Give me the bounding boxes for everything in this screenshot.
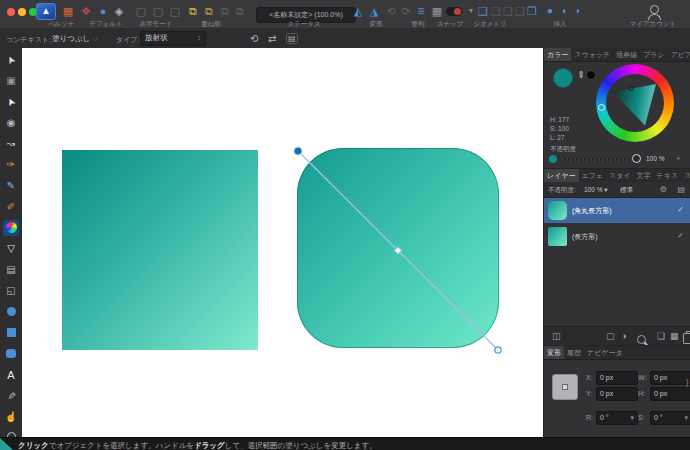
opacity-stepper-icon[interactable]: + xyxy=(676,154,681,163)
layer-lock-icon[interactable]: ▤ xyxy=(677,185,685,194)
tab-transform[interactable]: 変形 xyxy=(544,346,564,359)
tab-appearance[interactable]: アピアランス xyxy=(668,48,690,61)
gradient-tool-icon[interactable] xyxy=(3,220,19,236)
defaults-sync-icon[interactable]: ● xyxy=(96,4,110,18)
add-layer-icon[interactable]: ❏ xyxy=(657,331,665,341)
move-to-back-icon[interactable]: ⧉ xyxy=(233,4,247,18)
fill-mode-dropdown[interactable]: 塗りつぶし ⌵ xyxy=(52,34,98,44)
h-input[interactable]: 0 px xyxy=(650,387,690,401)
adjustment-layer-icon[interactable]: ◑ xyxy=(621,331,626,341)
w-input[interactable]: 0 px xyxy=(650,371,690,385)
h-label: H: xyxy=(638,390,645,397)
window-minimize-button[interactable] xyxy=(18,8,26,16)
pixel-persona-icon[interactable]: ▦ xyxy=(61,4,75,18)
picked-color-swatch[interactable] xyxy=(586,70,596,80)
tab-color[interactable]: カラー xyxy=(544,48,571,61)
anchor-point-selector[interactable] xyxy=(552,374,578,400)
insert-behind-icon[interactable]: ◖ xyxy=(557,4,571,18)
flip-vertical-icon[interactable]: ◮ xyxy=(367,4,381,18)
node-tool-icon[interactable]: ➤ xyxy=(3,94,19,110)
hue-ring-marker[interactable] xyxy=(598,104,605,111)
y-input[interactable]: 0 px xyxy=(596,387,638,401)
tab-layers[interactable]: レイヤー xyxy=(544,169,579,182)
fill-layer-icon[interactable]: ▢ xyxy=(606,331,615,341)
gradient-type-dropdown[interactable]: 放射状 ↕ xyxy=(140,31,206,46)
pencil-tool-icon[interactable]: ✎ xyxy=(3,178,19,194)
snapping-toggle[interactable] xyxy=(446,7,462,16)
fill-tool-icon[interactable]: ✑ xyxy=(3,157,19,173)
link-wh-icon[interactable]: ⟩ xyxy=(685,378,689,388)
boolean-add-icon[interactable]: ❑ xyxy=(476,4,490,18)
insert-on-top-icon[interactable]: ◗ xyxy=(571,4,585,18)
my-account-icon[interactable] xyxy=(650,5,659,14)
gradient-start-handle[interactable] xyxy=(294,147,302,155)
layer-visibility-check-icon[interactable]: ✓ xyxy=(677,205,684,214)
pen-tool-icon[interactable]: ↝ xyxy=(3,136,19,152)
artboard-tool-icon[interactable]: ▣ xyxy=(3,73,19,89)
fill-color-swatch[interactable] xyxy=(554,69,572,87)
delete-layer-icon[interactable] xyxy=(683,333,690,344)
insert-inside-icon[interactable]: ● xyxy=(543,4,557,18)
layers-opacity-dropdown[interactable]: 100 % ▾ xyxy=(584,186,608,194)
view-mode-retina-icon[interactable]: ▢ xyxy=(168,4,182,18)
ellipse-tool-icon[interactable] xyxy=(3,304,19,320)
corner-tool-icon[interactable]: ◱ xyxy=(3,283,19,299)
vector-brush-tool-icon[interactable]: ✐ xyxy=(3,199,19,215)
layer-row-rectangle[interactable]: (長方形) ✓ xyxy=(544,224,690,249)
tab-character[interactable]: 文字 xyxy=(634,169,654,182)
tab-stock[interactable]: ストッ xyxy=(681,169,690,182)
rotate-ccw-icon[interactable]: ⟲ xyxy=(384,4,398,18)
window-close-button[interactable] xyxy=(7,8,15,16)
blend-options-gear-icon[interactable]: ⚙ xyxy=(660,185,667,194)
layer-visibility-check-icon[interactable]: ✓ xyxy=(677,231,684,240)
move-tool-icon[interactable]: ➤ xyxy=(3,52,19,68)
rectangle-tool-icon[interactable] xyxy=(3,325,19,341)
text-tool-icon[interactable]: A xyxy=(3,367,19,383)
move-forward-icon[interactable]: ⧉ xyxy=(186,4,200,18)
tab-text-styles[interactable]: テキス xyxy=(654,169,682,182)
defaults-revert-icon[interactable]: ◈ xyxy=(112,4,126,18)
view-hand-tool-icon[interactable]: ☝ xyxy=(3,409,19,425)
point-transform-tool-icon[interactable]: ◉ xyxy=(3,115,19,131)
grid-icon[interactable]: ▦ xyxy=(430,4,444,18)
group-layers-icon[interactable]: ▦ xyxy=(670,331,679,341)
move-backward-icon[interactable]: ⧉ xyxy=(202,4,216,18)
edit-gradient-icon[interactable]: ▤ xyxy=(286,33,298,44)
export-persona-icon[interactable]: ❖ xyxy=(79,4,93,18)
tab-styles[interactable]: スタイ xyxy=(606,169,634,182)
blend-mode-dropdown[interactable]: 標準 xyxy=(620,186,633,195)
designer-persona-icon[interactable]: ▲ xyxy=(36,3,56,20)
rounded-rectangle-tool-icon[interactable] xyxy=(3,346,19,362)
tab-brushes[interactable]: ブラシ xyxy=(640,48,668,61)
document-title: <名称未設定> (100.0%) xyxy=(269,11,343,18)
shear-dropdown[interactable]: 0 °▾ xyxy=(650,411,690,425)
layer-mask-icon[interactable]: ◫ xyxy=(552,331,561,341)
document-canvas[interactable] xyxy=(22,48,543,437)
triangle-marker[interactable] xyxy=(628,85,634,91)
transparency-tool-icon[interactable]: ▽ xyxy=(3,241,19,257)
main-toolbar: ▲ ▦ ❖ ペルソナ ● ◈ デフォルト ▢ ▢ ▢ 表示モード ⧉ ⧉ ⧉ ⧉… xyxy=(0,0,690,29)
tab-effects[interactable]: エフェ xyxy=(579,169,607,182)
layer-row-rounded-rectangle[interactable]: (角丸長方形) ✓ xyxy=(544,198,690,223)
view-mode-pixel-icon[interactable]: ▢ xyxy=(151,4,165,18)
reverse-gradient-icon[interactable]: ⟲ xyxy=(250,33,258,44)
rotation-dropdown[interactable]: 0 °▾ xyxy=(596,411,638,425)
x-input[interactable]: 0 px xyxy=(596,371,638,385)
opacity-slider-track[interactable] xyxy=(562,158,640,161)
rotate-gradient-icon[interactable]: ⇄ xyxy=(268,33,276,44)
vector-crop-tool-icon[interactable]: ▤ xyxy=(3,262,19,278)
view-mode-vector-icon[interactable]: ▢ xyxy=(134,4,148,18)
rotate-cw-icon[interactable]: ⟳ xyxy=(399,4,413,18)
tab-swatches[interactable]: スウォッチ xyxy=(571,48,613,61)
color-picker-tool-icon[interactable]: ✎ xyxy=(3,388,19,404)
opacity-slider-knob[interactable] xyxy=(632,154,641,163)
move-to-front-icon[interactable]: ⧉ xyxy=(218,4,232,18)
alignment-icon[interactable]: ≡ xyxy=(414,4,428,18)
layers-panel: レイヤー エフェ スタイ 文字 テキス ストッ ▤ 不透明度: 100 % ▾ … xyxy=(544,168,690,346)
gradient-end-handle[interactable] xyxy=(495,347,501,353)
tab-history[interactable]: 履歴 xyxy=(564,346,584,359)
tab-stroke[interactable]: 境界線 xyxy=(613,48,640,61)
flip-horizontal-icon[interactable]: ◭ xyxy=(351,4,365,18)
boolean-divide-icon[interactable]: ❐ xyxy=(525,4,539,18)
tab-navigator[interactable]: ナビゲータ xyxy=(584,346,626,359)
